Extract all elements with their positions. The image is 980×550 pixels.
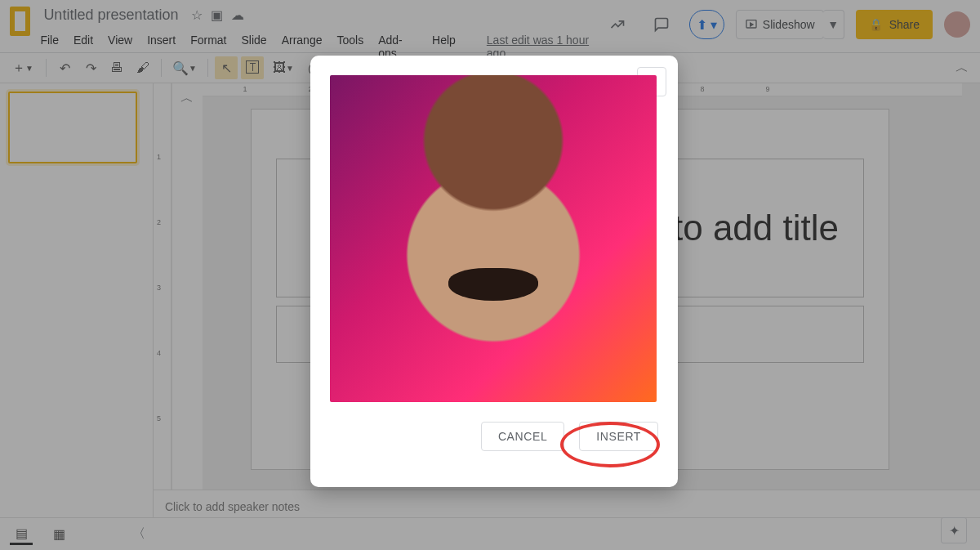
preview-image [330, 75, 657, 402]
insert-button[interactable]: INSERT [579, 422, 658, 451]
insert-image-dialog: ✕ CANCEL INSERT [310, 56, 678, 487]
cancel-button[interactable]: CANCEL [481, 422, 564, 451]
